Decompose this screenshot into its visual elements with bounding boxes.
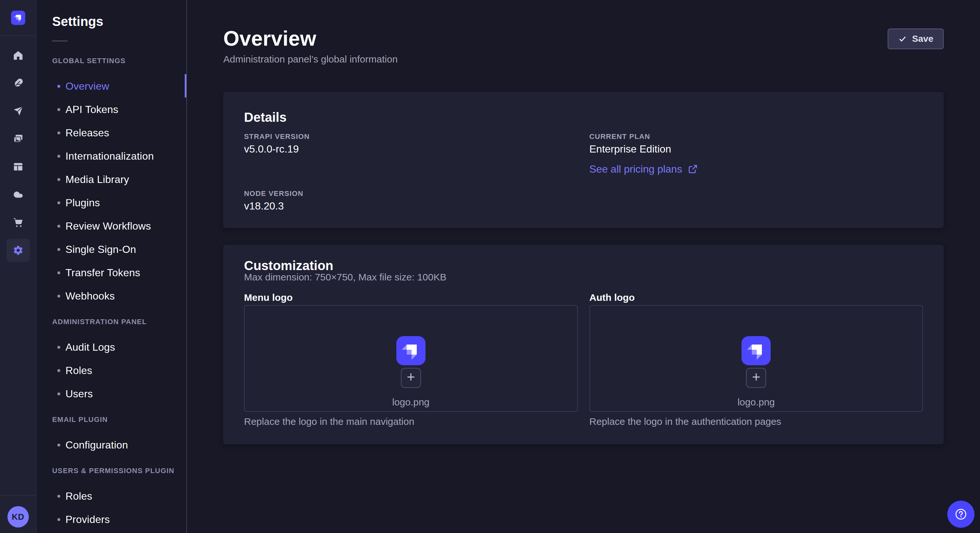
- feather-icon: [13, 78, 24, 89]
- current-plan-label: CURRENT PLAN: [590, 132, 923, 141]
- subnav-section-label: GLOBAL SETTINGS: [52, 56, 186, 65]
- subnav-item-overview[interactable]: Overview: [37, 75, 186, 98]
- bullet-icon: [57, 225, 60, 228]
- menu-logo-field: Menu logo + logo.png Replace the logo in…: [244, 292, 578, 427]
- subnav-section-administration-panel: ADMINISTRATION PANEL Audit Logs Roles Us…: [37, 317, 186, 405]
- subnav-item-media-library[interactable]: Media Library: [37, 168, 186, 191]
- details-card: Details STRAPI VERSION v5.0.0-rc.19 NODE…: [223, 92, 944, 228]
- details-heading: Details: [244, 109, 923, 125]
- customization-subtitle: Max dimension: 750×750, Max file size: 1…: [244, 271, 923, 283]
- subnav-item-internationalization[interactable]: Internationalization: [37, 144, 186, 168]
- external-link-icon: [688, 164, 698, 174]
- details-column-right: CURRENT PLAN Enterprise Edition See all …: [590, 125, 923, 213]
- save-button[interactable]: Save: [888, 29, 944, 49]
- node-version-value: v18.20.3: [244, 200, 578, 213]
- subnav-item-admin-roles[interactable]: Roles: [37, 359, 186, 382]
- page-header: Overview Administration panel’s global i…: [223, 0, 944, 66]
- nav-cloud-button[interactable]: [6, 183, 30, 206]
- home-icon: [13, 50, 24, 61]
- subnav-section-email-plugin: EMAIL PLUGIN Configuration: [37, 415, 186, 457]
- rail-bottom: KD: [0, 495, 36, 533]
- nav-settings-button[interactable]: [6, 239, 30, 262]
- subnav-item-plugins[interactable]: Plugins: [37, 191, 186, 214]
- nav-media-button[interactable]: [6, 127, 30, 151]
- node-version-field: NODE VERSION v18.20.3: [244, 189, 578, 213]
- bullet-icon: [57, 444, 60, 447]
- menu-logo-preview: [396, 336, 425, 365]
- rail-divider: [0, 495, 36, 496]
- bullet-icon: [57, 132, 60, 134]
- auth-logo-filename: logo.png: [738, 397, 775, 408]
- subnav-section-users-permissions-plugin: USERS & PERMISSIONS PLUGIN Roles Provide…: [37, 466, 186, 531]
- bullet-icon: [57, 295, 60, 298]
- nav-content-button[interactable]: [6, 71, 30, 95]
- nav-home-button[interactable]: [6, 44, 30, 67]
- check-icon: [898, 34, 907, 43]
- subnav-section-label: USERS & PERMISSIONS PLUGIN: [52, 466, 186, 475]
- bullet-icon: [57, 346, 60, 349]
- rail-items: [0, 36, 36, 262]
- subnav-item-api-tokens[interactable]: API Tokens: [37, 98, 186, 121]
- subnav-item-releases[interactable]: Releases: [37, 121, 186, 144]
- active-item-indicator: [185, 74, 186, 97]
- layout-icon: [13, 161, 24, 172]
- subnav-item-providers[interactable]: Providers: [37, 508, 186, 531]
- nav-marketplace-button[interactable]: [6, 211, 30, 234]
- subnav-item-transfer-tokens[interactable]: Transfer Tokens: [37, 261, 186, 284]
- menu-logo-hint: Replace the logo in the main navigation: [244, 416, 578, 427]
- auth-logo-label: Auth logo: [590, 292, 923, 303]
- bullet-icon: [57, 155, 60, 158]
- bullet-icon: [57, 495, 60, 498]
- user-avatar[interactable]: KD: [8, 506, 29, 528]
- subnav-section-label: ADMINISTRATION PANEL: [52, 317, 186, 327]
- strapi-version-field: STRAPI VERSION v5.0.0-rc.19: [244, 132, 578, 155]
- workspace-logo[interactable]: [0, 0, 36, 36]
- bullet-icon: [57, 201, 60, 204]
- nav-content-type-builder-button[interactable]: [6, 155, 30, 178]
- node-version-label: NODE VERSION: [244, 189, 578, 198]
- help-button[interactable]: [947, 501, 975, 528]
- details-column-left: STRAPI VERSION v5.0.0-rc.19 NODE VERSION…: [244, 125, 578, 213]
- gear-icon: [13, 245, 24, 256]
- auth-logo-hint: Replace the logo in the authentication p…: [590, 416, 923, 427]
- details-grid: STRAPI VERSION v5.0.0-rc.19 NODE VERSION…: [244, 125, 923, 213]
- menu-logo-add-button[interactable]: +: [401, 368, 421, 388]
- subnav-title: Settings: [52, 14, 186, 29]
- settings-subnav: Settings GLOBAL SETTINGS Overview API To…: [37, 0, 187, 533]
- menu-logo-filename: logo.png: [392, 397, 430, 408]
- subnav-section-global-settings: GLOBAL SETTINGS Overview API Tokens Rele…: [37, 56, 186, 308]
- plus-icon: +: [407, 370, 415, 384]
- subnav-section-label: EMAIL PLUGIN: [52, 415, 186, 424]
- auth-logo-field: Auth logo + logo.png Replace the logo in…: [590, 292, 923, 427]
- page-subtitle: Administration panel’s global informatio…: [223, 53, 944, 66]
- pricing-plans-link-label: See all pricing plans: [590, 163, 682, 176]
- bullet-icon: [57, 248, 60, 251]
- strapi-admin-app: KD Settings GLOBAL SETTINGS Overview API…: [0, 0, 980, 533]
- subnav-item-users[interactable]: Users: [37, 382, 186, 405]
- cart-icon: [13, 217, 24, 228]
- subnav-item-review-workflows[interactable]: Review Workflows: [37, 214, 186, 238]
- nav-deploy-button[interactable]: [6, 99, 30, 123]
- send-icon: [13, 106, 24, 117]
- bullet-icon: [57, 369, 60, 372]
- strapi-version-value: v5.0.0-rc.19: [244, 143, 578, 155]
- strapi-version-label: STRAPI VERSION: [244, 132, 578, 141]
- bullet-icon: [57, 108, 60, 111]
- strapi-logo-icon: [11, 11, 25, 25]
- subnav-item-up-roles[interactable]: Roles: [37, 484, 186, 508]
- auth-logo-upload-box: + logo.png: [590, 305, 923, 412]
- cloud-icon: [13, 189, 24, 200]
- menu-logo-label: Menu logo: [244, 292, 578, 303]
- subnav-item-audit-logs[interactable]: Audit Logs: [37, 335, 186, 359]
- pricing-plans-link[interactable]: See all pricing plans: [590, 163, 698, 176]
- auth-logo-preview: [741, 336, 771, 365]
- subnav-item-configuration[interactable]: Configuration: [37, 433, 186, 457]
- bullet-icon: [57, 85, 60, 88]
- subnav-item-single-sign-on[interactable]: Single Sign-On: [37, 238, 186, 261]
- bullet-icon: [57, 271, 60, 274]
- logo-grid: Menu logo + logo.png Replace the logo in…: [244, 292, 923, 427]
- customization-heading: Customization: [244, 258, 923, 273]
- images-icon: [13, 133, 24, 144]
- subnav-item-webhooks[interactable]: Webhooks: [37, 284, 186, 308]
- auth-logo-add-button[interactable]: +: [746, 368, 766, 388]
